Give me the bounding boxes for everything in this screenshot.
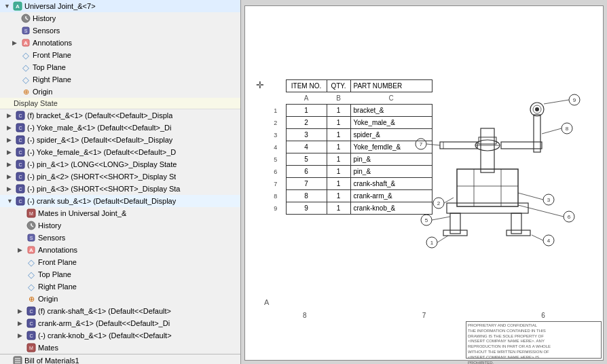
tree-item-crank-arm[interactable]: ▶ C crank-arm_&<1> (Default<<Default>_Di — [0, 317, 240, 329]
svg-text:S: S — [24, 29, 28, 33]
tree-root[interactable]: ▼ A Universal Joint_&<7> — [0, 0, 240, 12]
svg-text:C: C — [18, 175, 22, 179]
mates-sub-label: Mates in Universal Joint_& — [38, 209, 126, 217]
crank-shaft-label: (f) crank-shaft_&<1> (Default<<Default> — [38, 307, 171, 315]
tree-item-right-plane-sub[interactable]: ◇ Right Plane — [0, 280, 240, 293]
bottom-num-6: 6 — [541, 312, 545, 319]
drawing-panel[interactable]: ✛ A B C ITEM NO. QTY. PART NUMBER — [241, 0, 607, 364]
tree-item-history-root[interactable]: History — [0, 12, 240, 24]
item-no-6: 7 — [286, 178, 327, 190]
front-plane-label: Front Plane — [33, 51, 71, 59]
tree-item-comp6[interactable]: ▶ C (-) pin_&<2> (SHORT<<SHORT>_Display … — [0, 170, 240, 183]
tree-item-history-sub[interactable]: History — [0, 219, 240, 232]
tree-item-mates-sub[interactable]: M Mates in Universal Joint_& — [0, 207, 240, 219]
item-no-5: 6 — [286, 166, 327, 178]
assembly-svg: 1 2 3 4 5 6 — [406, 74, 589, 264]
svg-line-91 — [544, 100, 569, 104]
col-a-letter: A — [286, 92, 327, 105]
right-plane-sub-icon: ◇ — [26, 281, 37, 292]
qty-8: 1 — [327, 202, 350, 215]
history-root-label: History — [33, 14, 56, 22]
history-sub-label: History — [38, 221, 61, 230]
assembly-drawing: 1 2 3 4 5 6 — [406, 74, 589, 271]
qty-0: 1 — [327, 105, 350, 117]
annotations-icon: A — [20, 37, 31, 48]
svg-rect-62 — [534, 115, 540, 152]
tree-item-top-plane[interactable]: ◇ Top Plane — [0, 61, 240, 73]
row-num-3: 4 — [265, 141, 286, 153]
tree-item-crank-shaft[interactable]: ▶ C (f) crank-shaft_&<1> (Default<<Defau… — [0, 305, 240, 317]
origin-label: Origin — [33, 88, 52, 96]
qty-7: 1 — [327, 190, 350, 202]
crank-arm-icon: C — [26, 318, 37, 329]
svg-text:7: 7 — [420, 141, 423, 147]
svg-text:A: A — [24, 40, 28, 46]
svg-text:C: C — [18, 162, 22, 167]
tree-item-comp4[interactable]: ▶ C (-) Yoke_female_&<1> (Default<<Defau… — [0, 146, 240, 158]
bom-icon — [12, 355, 23, 365]
qty-2: 1 — [327, 129, 350, 141]
root-label: Universal Joint_&<7> — [24, 2, 96, 10]
item-no-1: 2 — [286, 117, 327, 129]
svg-rect-50 — [507, 230, 530, 236]
tree-item-bom[interactable]: Bill of Materials1 — [0, 354, 240, 364]
header-qty: QTY. — [327, 80, 350, 92]
tree-item-comp7[interactable]: ▶ C (-) pin_&<3> (SHORT<<SHORT>_Display … — [0, 183, 240, 195]
front-plane-sub-label: Front Plane — [38, 258, 77, 266]
tree-item-mates-sub2[interactable]: M Mates — [0, 342, 240, 354]
title-block: PROPRIETARY AND CONFIDENTIAL THE INFORMA… — [466, 321, 602, 359]
tree-item-origin[interactable]: ⊕ Origin — [0, 86, 240, 98]
row-num-0: 1 — [265, 105, 286, 117]
bom-label-tree: Bill of Materials1 — [24, 357, 79, 365]
item-no-3: 4 — [286, 141, 327, 153]
svg-text:5: 5 — [425, 217, 428, 223]
tree-item-right-plane[interactable]: ◇ Right Plane — [0, 73, 240, 86]
move-icon[interactable]: ✛ — [256, 79, 264, 90]
row-num-5: 6 — [265, 166, 286, 178]
svg-rect-59 — [440, 142, 477, 149]
tree-item-sensors-sub[interactable]: S Sensors — [0, 232, 240, 244]
root-expander[interactable]: ▼ — [4, 3, 12, 10]
origin-sub-icon: ⊕ — [26, 293, 37, 304]
qty-6: 1 — [327, 178, 350, 190]
tree-item-comp1[interactable]: ▶ C (f) bracket_&<1> (Default<<Default>_… — [0, 109, 240, 122]
item-no-0: 1 — [286, 105, 327, 117]
tree-item-comp3[interactable]: ▶ C (-) spider_&<1> (Default<<Default>_D… — [0, 134, 240, 146]
tree-item-crank-sub[interactable]: ▼ C (-) crank sub_&<1> (Default<Default_… — [0, 195, 240, 207]
drawing-sheet: ✛ A B C ITEM NO. QTY. PART NUMBER — [244, 5, 604, 361]
bottom-border-numbers: 8 7 6 — [245, 312, 603, 319]
row-num-7: 8 — [265, 190, 286, 202]
item-no-2: 3 — [286, 129, 327, 141]
tree-item-sensors-root[interactable]: S Sensors — [0, 24, 240, 37]
feature-tree[interactable]: ▼ A Universal Joint_&<7> History S Senso… — [0, 0, 241, 364]
tree-item-annotations-sub[interactable]: ▶ A Annotations — [0, 244, 240, 256]
svg-text:C: C — [18, 187, 22, 192]
bottom-num-7: 7 — [422, 312, 426, 319]
annotations-root-label: Annotations — [33, 39, 72, 47]
comp5-icon: C — [15, 159, 26, 170]
tree-item-comp5[interactable]: ▶ C (-) pin_&<1> (LONG<<LONG>_Display St… — [0, 158, 240, 170]
annotations-sub-label: Annotations — [38, 246, 77, 254]
svg-line-76 — [532, 235, 543, 240]
title-block-text: PROPRIETARY AND CONFIDENTIAL THE INFORMA… — [468, 323, 600, 364]
tree-item-front-plane[interactable]: ◇ Front Plane — [0, 49, 240, 61]
tree-item-crank-knob[interactable]: ▶ C (-) crank-knob_&<1> (Default<<Defaul… — [0, 329, 240, 342]
tree-item-origin-sub[interactable]: ⊕ Origin — [0, 293, 240, 305]
svg-text:C: C — [18, 113, 22, 118]
tree-item-comp2[interactable]: ▶ C (-) Yoke_male_&<1> (Default<<Default… — [0, 122, 240, 134]
comp1-label: (f) bracket_&<1> (Default<<Default>_Disp… — [27, 111, 172, 120]
svg-rect-49 — [443, 230, 467, 236]
corner-cell — [265, 92, 286, 105]
tree-item-top-plane-sub[interactable]: ◇ Top Plane — [0, 268, 240, 280]
svg-text:C: C — [29, 321, 33, 326]
svg-text:A: A — [16, 3, 20, 10]
tree-item-front-plane-sub[interactable]: ◇ Front Plane — [0, 256, 240, 268]
svg-rect-61 — [501, 142, 542, 149]
annotations-root-expander[interactable]: ▶ — [12, 39, 20, 46]
tree-item-annotations-root[interactable]: ▶ A Annotations — [0, 37, 240, 49]
svg-rect-46 — [447, 203, 528, 213]
row-num-2: 3 — [265, 129, 286, 141]
right-plane-sub-label: Right Plane — [38, 283, 77, 291]
history-icon — [20, 13, 31, 24]
comp2-label: (-) Yoke_male_&<1> (Default<<Default>_Di — [27, 124, 172, 132]
